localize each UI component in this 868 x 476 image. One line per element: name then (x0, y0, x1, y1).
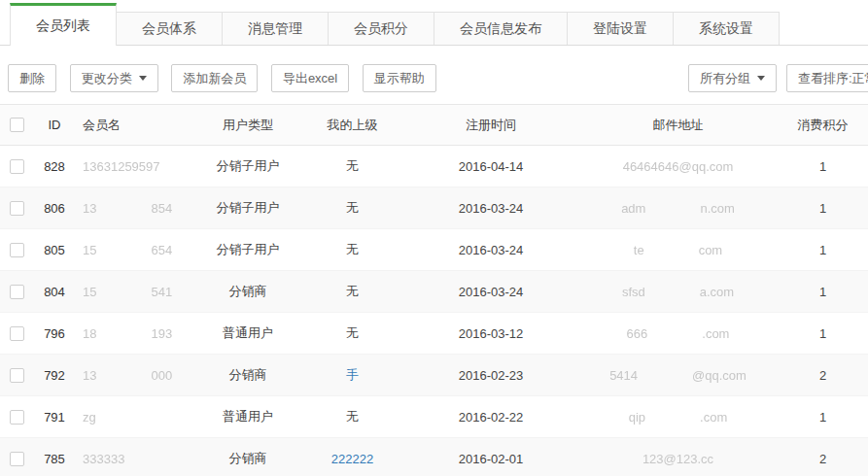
tab-member-list[interactable]: 会员列表 (10, 3, 117, 46)
table-row: 791 zg 普通用户 无 2016-02-22 qip.com 1 (0, 396, 868, 438)
cell-points: 1 (778, 201, 868, 216)
email-redacted (638, 379, 692, 380)
cell-member-name: 18193 (76, 326, 194, 341)
tab-system-settings[interactable]: 系统设置 (673, 12, 780, 45)
header-name: 会员名 (76, 117, 194, 134)
member-name-visible: 541 (151, 285, 172, 299)
cell-member-name: 13854 (76, 201, 194, 216)
tab-login-settings[interactable]: 登陆设置 (567, 12, 674, 45)
email-redacted (645, 295, 700, 296)
view-sort-button[interactable]: 查看排序:正常排序 (786, 64, 868, 92)
member-name-redacted (96, 421, 151, 422)
row-checkbox[interactable] (10, 452, 24, 466)
cell-user-type: 分销子用户 (194, 199, 301, 217)
email-visible: 666 (627, 326, 648, 341)
cell-upline: 无 (301, 157, 403, 175)
cell-id: 805 (33, 243, 76, 257)
tab-member-points[interactable]: 会员积分 (328, 12, 434, 45)
row-checkbox[interactable] (10, 201, 24, 216)
select-all-checkbox[interactable] (10, 118, 24, 132)
cell-email: tecom (578, 243, 778, 257)
show-help-button[interactable]: 显示帮助 (363, 64, 436, 92)
member-name-visible: zg (83, 410, 96, 425)
cell-reg-time: 2016-02-22 (403, 410, 578, 425)
email-visible: sfsd (622, 285, 645, 299)
cell-points: 2 (778, 452, 868, 466)
email-visible: a.com (700, 285, 734, 299)
email-visible: n.com (700, 201, 734, 216)
table-body: 828 13631259597 分销子用户 无 2016-04-14 46464… (0, 146, 868, 476)
row-checkbox[interactable] (10, 159, 24, 174)
email-redacted (644, 254, 699, 255)
member-name-redacted (96, 212, 151, 213)
row-checkbox[interactable] (10, 243, 24, 257)
member-name-visible: 13 (83, 201, 96, 216)
header-email: 邮件地址 (578, 117, 778, 134)
row-checkbox[interactable] (10, 410, 24, 425)
tab-message-management[interactable]: 消息管理 (222, 12, 329, 45)
email-redacted (645, 421, 700, 422)
tab-member-system[interactable]: 会员体系 (116, 12, 223, 45)
table-row: 806 13854 分销子用户 无 2016-03-24 admn.com 1 (0, 187, 868, 229)
cell-email: 46464646@qq.com (578, 159, 778, 174)
member-name-redacted (96, 254, 151, 255)
cell-user-type: 分销子用户 (194, 157, 301, 175)
cell-id: 791 (33, 410, 76, 425)
cell-reg-time: 2016-02-23 (403, 368, 578, 383)
member-name-visible: 854 (151, 201, 172, 216)
delete-button[interactable]: 删除 (8, 64, 56, 92)
member-name-visible: 654 (151, 243, 172, 257)
cell-reg-time: 2016-04-14 (403, 159, 578, 174)
cell-points: 1 (778, 285, 868, 299)
cell-upline: 无 (301, 199, 403, 217)
cell-email: admn.com (578, 201, 778, 216)
email-redacted (647, 337, 702, 338)
cell-member-name: 13000 (76, 368, 194, 383)
email-redacted (645, 212, 700, 213)
header-id: ID (33, 118, 76, 132)
table-row: 804 15541 分销商 无 2016-03-24 sfsda.com 1 (0, 271, 868, 313)
cell-user-type: 分销商 (194, 450, 301, 467)
cell-user-type: 分销商 (194, 366, 301, 384)
table-row: 785 333333 分销商 222222 2016-02-01 123@123… (0, 438, 868, 476)
change-category-dropdown[interactable]: 更改分类 (70, 64, 158, 92)
member-name-visible: 15 (83, 243, 96, 257)
tab-member-info-publish[interactable]: 会员信息发布 (434, 12, 568, 45)
row-checkbox[interactable] (10, 368, 24, 383)
header-reg-time: 注册时间 (403, 117, 578, 134)
cell-reg-time: 2016-03-24 (403, 243, 578, 257)
cell-upline[interactable]: 222222 (301, 452, 403, 466)
cell-email: 5414@qq.com (578, 368, 778, 383)
member-name-visible: 333333 (83, 452, 124, 466)
row-checkbox[interactable] (10, 326, 24, 341)
cell-id: 796 (33, 326, 76, 341)
email-visible: 46464646@qq (623, 159, 707, 174)
cell-user-type: 分销子用户 (194, 241, 301, 258)
email-visible: .com (706, 159, 733, 174)
header-type: 用户类型 (194, 117, 301, 134)
cell-points: 2 (778, 368, 868, 383)
cell-points: 1 (778, 243, 868, 257)
cell-id: 785 (33, 452, 76, 466)
cell-reg-time: 2016-03-24 (403, 285, 578, 299)
member-name-visible: 13631259597 (83, 159, 160, 174)
all-groups-dropdown[interactable]: 所有分组 (688, 64, 777, 92)
add-member-button[interactable]: 添加新会员 (171, 64, 258, 92)
cell-user-type: 分销商 (194, 283, 301, 300)
cell-id: 828 (33, 159, 76, 174)
cell-reg-time: 2016-02-01 (403, 452, 578, 466)
cell-id: 792 (33, 368, 76, 383)
change-category-label: 更改分类 (82, 70, 132, 87)
cell-member-name: 13631259597 (76, 159, 194, 174)
member-name-visible: 15 (83, 285, 96, 299)
member-name-redacted (96, 295, 151, 296)
export-excel-button[interactable]: 导出excel (271, 64, 349, 92)
cell-email: sfsda.com (578, 285, 778, 299)
row-checkbox[interactable] (10, 285, 24, 299)
cell-upline: 无 (301, 408, 403, 425)
email-visible: @qq.com (692, 368, 746, 383)
cell-upline[interactable]: 手 (301, 366, 403, 384)
chevron-down-icon (757, 76, 765, 81)
cell-upline: 无 (301, 283, 403, 300)
member-name-visible: 18 (83, 326, 96, 341)
